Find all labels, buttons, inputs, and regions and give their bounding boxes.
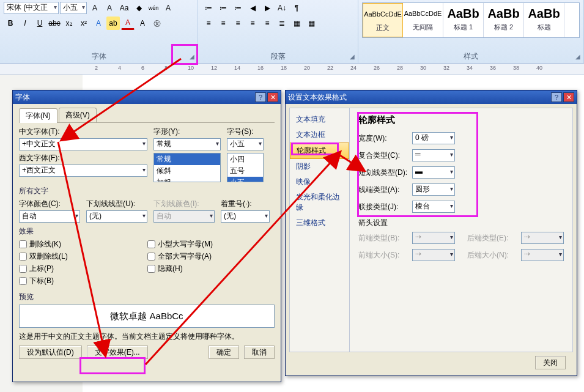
borders-button[interactable]: ▦ [305,17,318,30]
enclose-char-button[interactable]: ㊛ [150,17,164,30]
clear-format-button[interactable]: ◆ [132,1,146,15]
fx-cat-3d[interactable]: 三维格式 [290,215,349,231]
justify-button[interactable]: ≡ [246,17,259,30]
ruler-mark: 26 [374,65,380,71]
chk-subscript[interactable]: 下标(B) [19,276,141,286]
style-title[interactable]: AaBb标题 [524,3,564,37]
style-heading2[interactable]: AaBb标题 2 [484,3,524,37]
help-button[interactable]: ? [551,92,562,102]
dash-combo[interactable]: ▬ [412,166,455,179]
decrease-indent-button[interactable]: ◀ [246,1,259,15]
arrow-header: 箭头设置 [358,218,564,228]
ul-color-combo: 自动 [153,210,215,223]
multilevel-button[interactable]: ≔ [231,1,245,15]
tab-font[interactable]: 字体(N) [19,108,57,123]
underline-button[interactable]: U [33,17,46,30]
italic-button[interactable]: I [18,17,32,30]
compound-label: 复合类型(C): [358,150,407,161]
arrow-begin-size-label: 前端大小(S): [358,250,407,261]
fx-close-button[interactable]: 关闭 [535,356,566,369]
width-spinner[interactable]: 0 磅 [412,132,455,144]
cn-font-label: 中文字体(T): [19,127,147,137]
compound-combo[interactable]: ═ [412,149,455,161]
close-button[interactable]: ✕ [267,92,278,102]
font-family-combo[interactable]: 宋体 (中文正 [4,2,59,14]
bullets-button[interactable]: ≔ [202,1,215,15]
distribute-button[interactable]: ≡ [261,17,274,30]
grow-font-button[interactable]: A [88,1,102,15]
style-heading1[interactable]: AaBb标题 1 [443,3,484,37]
style-normal[interactable]: AaBbCcDdE正文 [363,3,403,37]
align-left-button[interactable]: ≡ [202,17,215,30]
paragraph-dialog-launcher[interactable]: ◢ [348,53,357,62]
ruler-mark: 6 [141,65,144,71]
font-dialog-launcher[interactable]: ◢ [188,53,196,62]
tab-advanced[interactable]: 高级(V) [59,108,97,122]
style-listbox[interactable]: 常规 倾斜 加粗 [153,153,221,182]
chk-smallcaps[interactable]: 小型大写字母(M) [147,239,213,250]
sort-button[interactable]: A↓ [275,1,289,15]
phonetic-button[interactable]: wén [147,1,160,15]
ruler-mark: 18 [281,65,287,71]
ruler-mark: 24 [350,65,357,71]
highlight-button[interactable]: ab [106,17,120,30]
fx-dialog-title: 设置文本效果格式 [288,92,347,103]
chk-superscript[interactable]: 上标(P) [19,264,141,274]
show-marks-button[interactable]: ¶ [290,1,303,15]
shrink-font-button[interactable]: A [103,1,116,15]
close-button[interactable]: ✕ [563,92,574,102]
styles-gallery[interactable]: AaBbCcDdE正文 AaBbCcDdE无间隔 AaBb标题 1 AaBb标题… [362,2,580,38]
text-effects-dialog-button[interactable]: 文字效果(E)... [87,346,148,359]
subscript-button[interactable]: x₂ [62,17,76,30]
fx-cat-outline-style[interactable]: 轮廓样式 [290,142,349,159]
cancel-button[interactable]: 取消 [244,346,275,359]
bold-button[interactable]: B [4,17,17,30]
emph-combo[interactable]: (无) [221,210,270,223]
align-right-button[interactable]: ≡ [231,17,245,30]
fx-cat-shadow[interactable]: 阴影 [290,159,349,174]
char-shading-button[interactable]: A [136,17,149,30]
join-combo[interactable]: 棱台 [412,201,455,213]
shading-button[interactable]: ▦ [290,17,303,30]
set-default-button[interactable]: 设为默认值(D) [19,346,82,359]
fx-cat-reflection[interactable]: 映像 [290,174,349,190]
ruler[interactable]: 246810121416182022242628303234363840 [0,64,584,75]
font-dialog-tabs: 字体(N) 高级(V) [19,108,275,123]
font-dialog-titlebar[interactable]: 字体 ? ✕ [13,91,281,104]
cn-font-combo[interactable]: +中文正文 [19,138,147,150]
chk-double-strike[interactable]: 双删除线(L) [19,251,141,262]
fx-cat-fill[interactable]: 文本填充 [290,112,349,127]
ok-button[interactable]: 确定 [209,346,239,359]
increase-indent-button[interactable]: ▶ [261,1,274,15]
fx-dialog-titlebar[interactable]: 设置文本效果格式 ? ✕ [286,91,577,104]
font-size-combo[interactable]: 小五 [60,2,87,14]
line-spacing-button[interactable]: ≣ [275,17,289,30]
superscript-button[interactable]: x² [77,17,91,30]
styles-dialog-launcher[interactable]: ◢ [574,53,582,62]
strike-button[interactable]: abc [48,17,61,30]
font-color-combo[interactable]: 自动 [19,210,80,223]
change-case-button[interactable]: Aa [117,1,131,15]
chk-strike[interactable]: 删除线(K) [19,239,141,250]
styles-group-label: 样式 [362,50,580,63]
font-color-button[interactable]: A [121,17,135,30]
ruler-mark: 12 [211,65,217,71]
align-center-button[interactable]: ≡ [216,17,230,30]
west-font-combo[interactable]: +西文正文 [19,165,147,177]
help-button[interactable]: ? [255,92,266,102]
char-border-button[interactable]: A [161,1,175,15]
chk-allcaps[interactable]: 全部大写字母(A) [147,251,213,262]
text-effects-button[interactable]: A [92,17,105,30]
fx-cat-outline[interactable]: 文本边框 [290,127,349,142]
chk-hidden[interactable]: 隐藏(H) [147,264,213,274]
emph-label: 着重号(·): [221,199,270,209]
cap-combo[interactable]: 圆形 [412,183,455,196]
style-input[interactable]: 常规 [153,138,221,150]
numbering-button[interactable]: ≔ [216,1,230,15]
size-listbox[interactable]: 小四 五号 小五 [227,153,264,182]
fx-cat-glow[interactable]: 发光和柔化边缘 [290,190,349,215]
ruler-mark: 10 [188,65,194,71]
size-input[interactable]: 小五 [227,138,264,150]
ul-style-combo[interactable]: (无) [86,210,147,223]
style-no-spacing[interactable]: AaBbCcDdE无间隔 [403,3,443,37]
